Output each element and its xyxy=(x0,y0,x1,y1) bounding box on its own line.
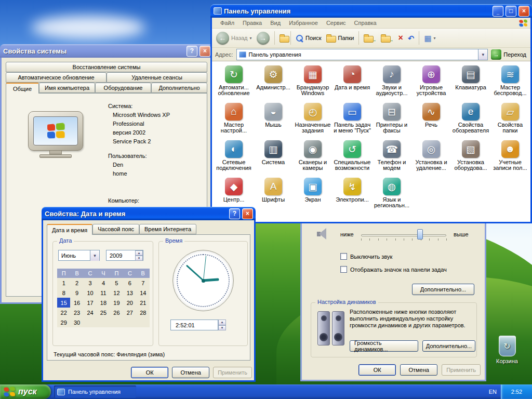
tab[interactable]: Часовой пояс xyxy=(92,224,139,234)
control-panel-item[interactable]: ↻Автомати... обновление xyxy=(214,64,254,102)
control-panel-item[interactable]: ↺Специальные возможности xyxy=(332,139,372,177)
time-spin-buttons[interactable]: ▴ ▾ xyxy=(218,320,226,330)
taskbar-task-button[interactable]: Панель управления xyxy=(54,385,136,398)
calendar-day[interactable]: 2 xyxy=(70,278,83,288)
undo-button[interactable]: ↶ xyxy=(406,33,416,43)
menu-item[interactable]: Вид xyxy=(266,20,285,26)
ok-button[interactable]: ОК xyxy=(131,367,168,378)
time-input[interactable]: 2:52:01 xyxy=(170,320,218,330)
go-button[interactable]: → Переход xyxy=(491,49,527,60)
calendar-day[interactable]: 13 xyxy=(123,288,136,298)
menu-item[interactable]: Справка xyxy=(350,20,381,26)
close-button[interactable]: × xyxy=(518,6,529,17)
calendar-day[interactable]: 5 xyxy=(110,278,123,288)
volume-slider-thumb[interactable] xyxy=(417,229,423,240)
calendar-day[interactable]: 8 xyxy=(57,288,70,298)
help-button[interactable]: ? xyxy=(229,208,240,219)
maximize-button[interactable]: □ xyxy=(506,6,516,17)
calendar-day[interactable]: 18 xyxy=(97,298,110,308)
checkbox-box[interactable] xyxy=(340,266,347,273)
calendar-day[interactable]: 17 xyxy=(84,298,97,308)
control-panel-titlebar[interactable]: Панель управления _ □ × xyxy=(210,4,532,18)
control-panel-item[interactable]: ◔Дата и время xyxy=(332,64,372,102)
calendar-day[interactable]: 21 xyxy=(137,298,150,308)
control-panel-item[interactable]: ⊟Принтеры и факсы xyxy=(372,102,411,139)
control-panel-item[interactable]: ⚙Администр... xyxy=(254,64,293,102)
menu-item[interactable]: Сервис xyxy=(322,20,350,26)
year-spinner[interactable]: 2009 ▴ ▾ xyxy=(106,250,143,261)
tab[interactable]: Автоматическое обновление xyxy=(6,72,107,83)
month-select[interactable]: Июнь ▾ xyxy=(58,250,100,261)
calendar-day[interactable]: 4 xyxy=(97,278,110,288)
tab[interactable]: Имя компьютера xyxy=(39,83,95,93)
control-panel-item[interactable]: ∿Речь xyxy=(411,102,451,139)
menu-item[interactable]: Правка xyxy=(238,20,266,26)
calendar-day[interactable]: 22 xyxy=(57,308,70,317)
delete-button[interactable]: × xyxy=(396,33,404,43)
tab[interactable]: Восстановление системы xyxy=(6,62,207,72)
system-tray[interactable]: 2:52 xyxy=(501,384,532,399)
mute-checkbox[interactable]: Выключить звук xyxy=(340,253,392,260)
speaker-advanced-button[interactable]: Дополнительно... xyxy=(422,340,475,352)
search-button[interactable]: Поиск xyxy=(294,33,323,43)
control-panel-item[interactable]: ▱Свойства папки xyxy=(490,102,530,139)
volume-slider-track[interactable] xyxy=(361,234,446,236)
control-panel-item[interactable]: ▤Клавиатура xyxy=(451,64,490,102)
up-button[interactable]: ↑ xyxy=(278,33,288,44)
control-panel-item[interactable]: ▧Установка оборудова... xyxy=(451,139,490,177)
calendar-day[interactable]: 29 xyxy=(57,317,70,327)
help-button[interactable]: ? xyxy=(187,46,197,57)
control-panel-item[interactable]: ▣Экран xyxy=(293,177,332,214)
copy-to-button[interactable]: → xyxy=(379,32,395,44)
tab[interactable]: Удаленные сеансы xyxy=(107,72,207,83)
calendar-day[interactable]: 27 xyxy=(123,308,136,317)
control-panel-item[interactable]: ▥Система xyxy=(254,139,293,177)
checkbox-box[interactable] xyxy=(340,253,347,260)
control-panel-item[interactable]: ⊕Игровые устройства xyxy=(411,64,451,102)
control-panel-item[interactable]: eСвойства обозревателя xyxy=(451,102,490,139)
spin-up-icon[interactable]: ▴ xyxy=(135,250,143,256)
tab[interactable]: Оборудование xyxy=(95,83,151,93)
control-panel-item[interactable]: ◎Установка и удаление... xyxy=(411,139,451,177)
menu-item[interactable]: Файл xyxy=(216,20,238,26)
start-button[interactable]: пуск xyxy=(0,384,51,399)
calendar-day[interactable]: 23 xyxy=(70,308,83,317)
calendar-day[interactable]: 3 xyxy=(84,278,97,288)
address-dropdown-button[interactable]: ▾ xyxy=(478,49,487,60)
spin-down-icon[interactable]: ▾ xyxy=(218,325,226,331)
calendar-day[interactable]: 6 xyxy=(123,278,136,288)
control-panel-item[interactable]: ⌂Мастер настрой... xyxy=(214,102,254,139)
tab[interactable]: Общие xyxy=(6,83,39,94)
close-button[interactable]: × xyxy=(242,208,253,219)
calendar-day[interactable]: 12 xyxy=(110,288,123,298)
cancel-button[interactable]: Отмена xyxy=(400,364,437,376)
apply-button[interactable]: Применить xyxy=(213,367,252,378)
month-dropdown-button[interactable]: ▾ xyxy=(90,250,99,261)
calendar-day[interactable]: 25 xyxy=(97,308,110,317)
move-to-button[interactable]: → xyxy=(362,32,378,44)
control-panel-item[interactable]: ◴Назначенные задания xyxy=(293,102,332,139)
tab[interactable]: Время Интернета xyxy=(139,224,196,234)
recycle-bin[interactable]: ↻ Корзина xyxy=(487,336,527,364)
calendar-day[interactable]: 26 xyxy=(110,308,123,317)
digital-time[interactable]: 2:52:01 ▴ ▾ xyxy=(170,320,226,330)
speaker-volume-button[interactable]: Громкость динамиков... xyxy=(350,340,418,352)
menu-item[interactable]: Избранное xyxy=(285,20,322,26)
spin-down-icon[interactable]: ▾ xyxy=(135,256,143,261)
control-panel-item[interactable]: ☻Учетные записи пол... xyxy=(490,139,530,177)
calendar-day[interactable]: 14 xyxy=(137,288,150,298)
date-time-titlebar[interactable]: Свойства: Дата и время ? × xyxy=(42,207,256,220)
control-panel-item[interactable]: AШрифты xyxy=(254,177,293,214)
control-panel-item[interactable]: ◒Мышь xyxy=(254,102,293,139)
calendar-day[interactable]: 1 xyxy=(57,278,70,288)
calendar-day[interactable]: 10 xyxy=(84,288,97,298)
tab[interactable]: Дополнительно xyxy=(151,83,207,93)
language-indicator[interactable]: EN xyxy=(489,384,497,399)
advanced-button[interactable]: Дополнительно... xyxy=(412,284,474,295)
calendar-day[interactable]: 20 xyxy=(123,298,136,308)
ok-button[interactable]: ОК xyxy=(358,364,396,376)
views-button[interactable]: ▦ ▾ xyxy=(422,33,437,43)
address-combo[interactable]: Панель управления ▾ xyxy=(236,49,488,60)
calendar-day[interactable]: 30 xyxy=(70,317,83,327)
minimize-button[interactable]: _ xyxy=(493,6,503,17)
